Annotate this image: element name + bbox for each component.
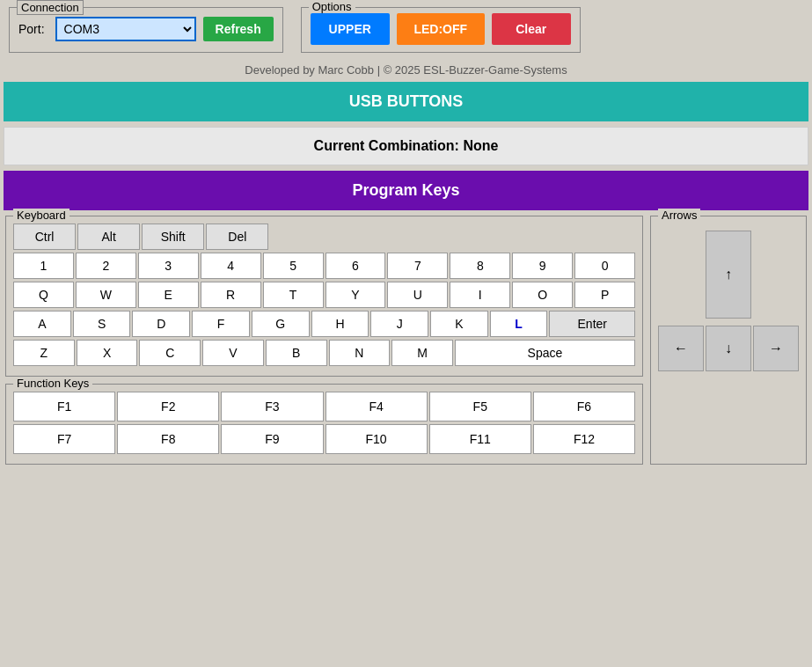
key-4[interactable]: 4 [201,253,261,279]
function-section: Function Keys F1 F2 F3 F4 F5 F6 F7 F8 F9… [5,384,643,465]
key-7[interactable]: 7 [387,253,448,279]
key-f6[interactable]: F6 [533,392,635,421]
key-f8[interactable]: F8 [117,424,219,454]
key-row-qwerty: Q W E R T Y U I O P [13,282,635,308]
keyboard-left: Keyboard Ctrl Alt Shift Del 1 2 3 4 5 6 … [5,216,643,465]
arrow-right-key[interactable]: → [753,326,799,371]
main-area: Keyboard Ctrl Alt Shift Del 1 2 3 4 5 6 … [0,216,812,472]
options-legend: Options [309,0,355,13]
key-f1[interactable]: F1 [13,392,115,421]
key-f10[interactable]: F10 [326,424,428,454]
key-shift[interactable]: Shift [142,224,204,250]
key-h[interactable]: H [311,311,369,337]
key-row-asdf: A S D F G H J K L Enter [13,311,635,337]
key-z[interactable]: Z [13,340,75,366]
key-e[interactable]: E [138,282,199,308]
key-enter[interactable]: Enter [549,311,635,337]
key-row-numbers: 1 2 3 4 5 6 7 8 9 0 [13,253,635,279]
current-combination: Current Combination: None [4,127,808,165]
key-f9[interactable]: F9 [221,424,323,454]
arrows-legend: Arrows [658,209,700,222]
key-a[interactable]: A [13,311,71,337]
key-2[interactable]: 2 [76,253,136,279]
key-row-modifiers: Ctrl Alt Shift Del [13,224,635,250]
key-f11[interactable]: F11 [429,424,531,454]
key-ctrl[interactable]: Ctrl [13,224,76,250]
key-f5[interactable]: F5 [429,392,531,421]
key-u[interactable]: U [387,282,448,308]
key-w[interactable]: W [76,282,136,308]
key-o[interactable]: O [512,282,573,308]
key-b[interactable]: B [266,340,327,366]
key-g[interactable]: G [252,311,310,337]
arrow-up-key[interactable]: ↑ [706,231,751,319]
arrow-left-key[interactable]: ← [658,326,704,371]
credit-bar: Developed by Marc Cobb | © 2025 ESL-Buzz… [0,60,812,82]
key-f7[interactable]: F7 [13,424,115,454]
usb-header: USB BUTTONS [4,82,808,121]
key-s[interactable]: S [73,311,131,337]
function-legend: Function Keys [13,377,92,390]
clear-button[interactable]: Clear [492,13,571,45]
fkey-row-1: F1 F2 F3 F4 F5 F6 [13,392,635,421]
key-3[interactable]: 3 [138,253,199,279]
key-0[interactable]: 0 [574,253,635,279]
arrow-down-key[interactable]: ↓ [706,326,751,371]
arrows-section: Arrows ↑ ← ↓ → [650,216,807,465]
key-9[interactable]: 9 [512,253,573,279]
key-f4[interactable]: F4 [326,392,428,421]
upper-button[interactable]: UPPER [311,13,390,45]
key-l[interactable]: L [490,311,548,337]
port-select[interactable]: COM3 [55,17,196,41]
key-del[interactable]: Del [206,224,268,250]
led-button[interactable]: LED:OFF [397,13,485,45]
key-8[interactable]: 8 [450,253,510,279]
key-space[interactable]: Space [455,340,635,366]
key-f12[interactable]: F12 [533,424,635,454]
key-f3[interactable]: F3 [221,392,323,421]
key-f[interactable]: F [192,311,250,337]
connection-group: Connection Port: COM3 Refresh [9,7,283,53]
key-m[interactable]: M [391,340,453,366]
key-p[interactable]: P [574,282,635,308]
key-v[interactable]: V [202,340,264,366]
options-group: Options UPPER LED:OFF Clear [301,7,581,53]
key-d[interactable]: D [132,311,190,337]
key-j[interactable]: J [370,311,428,337]
key-row-zxcv: Z X C V B N M Space [13,340,635,366]
arrow-bottom-row: ← ↓ → [658,326,799,371]
connection-legend: Connection [17,0,84,15]
key-c[interactable]: C [139,340,201,366]
key-x[interactable]: X [77,340,138,366]
key-f2[interactable]: F2 [117,392,219,421]
refresh-button[interactable]: Refresh [203,17,274,41]
key-alt[interactable]: Alt [77,224,140,250]
key-6[interactable]: 6 [326,253,386,279]
key-q[interactable]: Q [13,282,74,308]
key-t[interactable]: T [263,282,324,308]
keyboard-section: Keyboard Ctrl Alt Shift Del 1 2 3 4 5 6 … [5,216,643,377]
fkey-row-2: F7 F8 F9 F10 F11 F12 [13,424,635,454]
key-k[interactable]: K [430,311,488,337]
key-1[interactable]: 1 [13,253,74,279]
arrow-up-area: ↑ [658,231,799,319]
program-keys-header: Program Keys [4,171,808,210]
key-n[interactable]: N [329,340,391,366]
key-r[interactable]: R [201,282,261,308]
port-label: Port: [18,22,45,36]
key-y[interactable]: Y [326,282,386,308]
key-i[interactable]: I [450,282,510,308]
keyboard-legend: Keyboard [13,209,69,222]
top-bar: Connection Port: COM3 Refresh Options UP… [0,0,812,60]
key-5[interactable]: 5 [263,253,324,279]
